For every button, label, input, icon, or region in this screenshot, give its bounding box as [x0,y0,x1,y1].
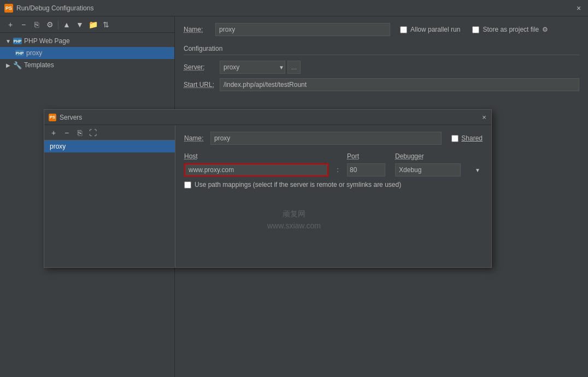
path-mapping-checkbox[interactable] [184,181,191,188]
debugger-select[interactable]: XdebugZend Debugger [395,163,461,176]
tree-item-templates-label: Templates [24,61,54,69]
copy-config-button[interactable]: ⎘ [31,19,43,31]
tree-item-php-web-page[interactable]: ▼ PHP PHP Web Page [0,35,174,47]
server-select-wrapper: proxy ▼ [220,61,285,74]
tree-expand-arrow: ▼ [4,37,12,45]
name-field[interactable] [215,23,390,36]
tree-item-label: PHP Web Page [24,37,70,45]
configuration-section-title: Configuration [184,45,579,55]
dialog-close-button[interactable]: × [479,113,489,122]
folder-button[interactable]: 📁 [87,19,99,31]
store-as-project-gear-icon: ⚙ [542,26,548,33]
move-up-button[interactable]: ▲ [61,19,73,31]
config-grid: Server: proxy ▼ … Start URL: [184,61,579,91]
remove-config-button[interactable]: − [17,19,30,31]
tree-item-proxy-label: proxy [26,49,42,57]
allow-parallel-checkbox[interactable] [400,26,407,33]
name-row: Name: Allow parallel run Store as projec… [184,23,579,36]
name-field-label: Name: [184,26,211,33]
tree-collapse-arrow: ▶ [4,61,12,69]
debugger-column-header: Debugger [395,152,483,160]
store-as-project-checkbox[interactable] [472,26,479,33]
dialog-name-input[interactable] [210,132,442,145]
server-label: Server: [184,63,214,71]
dialog-title-bar: PS Servers × [44,110,491,125]
start-url-input[interactable] [220,78,579,91]
debugger-select-arrow-icon: ▼ [475,167,480,173]
dialog-right-panel: Name: Shared Host Port Debugger : [175,125,491,267]
dialog-name-label: Name: [184,134,206,142]
hpd-section: Host Port Debugger : XdebugZend Debugger… [184,152,483,176]
dialog-copy-button[interactable]: ⎘ [74,127,86,139]
debugger-select-wrapper: XdebugZend Debugger ▼ [395,163,483,176]
sort-button[interactable]: ⇅ [100,19,112,31]
title-bar: PS Run/Debug Configurations × [0,0,588,16]
servers-dialog: PS Servers × + − ⎘ ⛶ proxy Name: Share [44,109,492,268]
proxy-icon: PHP [15,49,24,57]
server-value-row: proxy ▼ … [220,61,579,74]
move-down-button[interactable]: ▼ [74,19,86,31]
host-column-header: Host [184,152,328,160]
window-close-button[interactable]: × [574,3,584,13]
window-title: Run/Debug Configurations [16,4,93,12]
tree-item-templates[interactable]: ▶ 🔧 Templates [0,59,174,71]
start-url-label: Start URL: [184,81,214,89]
shared-checkbox[interactable] [451,135,458,142]
dialog-folder-button[interactable]: ⛶ [87,127,99,139]
toolbar-separator [58,20,58,29]
shared-label: Shared [461,134,483,142]
dialog-toolbar: + − ⎘ ⛶ [44,125,175,140]
path-mapping-row: Use path mappings (select if the server … [184,181,483,188]
left-toolbar: + − ⎘ ⚙ ▲ ▼ 📁 ⇅ [0,16,174,33]
allow-parallel-label: Allow parallel run [410,26,460,33]
port-input[interactable] [347,163,385,176]
shared-checkbox-row: Shared [451,134,483,142]
port-separator: : [333,166,343,174]
add-config-button[interactable]: + [4,19,16,31]
dialog-add-button[interactable]: + [48,127,60,139]
dialog-remove-button[interactable]: − [61,127,73,139]
store-as-project-label: Store as project file [483,26,539,33]
settings-button[interactable]: ⚙ [44,19,56,31]
dialog-icon: PS [49,114,56,121]
host-input[interactable] [184,163,328,176]
dialog-title: Servers [60,114,82,121]
dialog-left-panel: + − ⎘ ⛶ proxy [44,125,175,267]
dialog-list-item-proxy[interactable]: proxy [44,140,175,152]
port-column-header: Port [347,152,391,160]
dialog-name-row: Name: Shared [184,132,483,145]
server-ellipsis-button[interactable]: … [287,61,301,74]
php-web-page-icon: PHP [13,37,22,45]
path-mapping-label: Use path mappings (select if the server … [195,181,401,188]
server-select[interactable]: proxy [220,61,285,74]
app-icon: PS [4,4,13,13]
dialog-server-list: proxy [44,140,175,267]
dialog-body: + − ⎘ ⛶ proxy Name: Shared [44,125,491,267]
tree-item-proxy[interactable]: PHP proxy [0,47,174,59]
templates-icon: 🔧 [13,61,22,69]
